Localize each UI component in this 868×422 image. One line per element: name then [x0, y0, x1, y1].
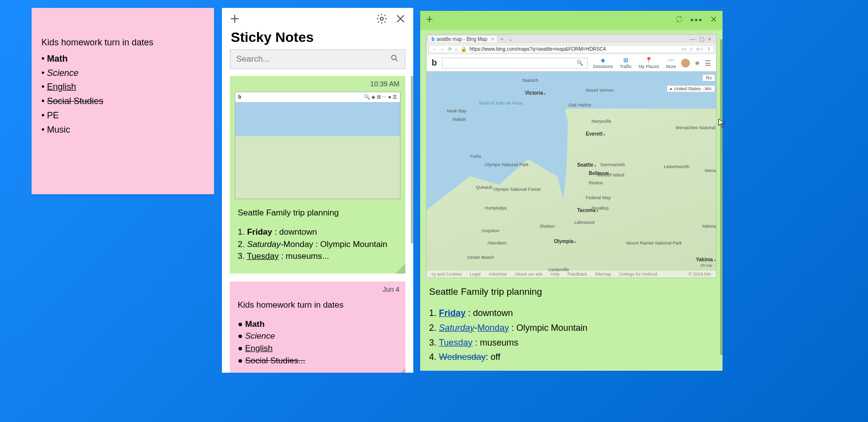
- map-label: Seattle: [577, 162, 596, 168]
- rewards-icon: ◉: [695, 60, 700, 66]
- tab-title: seattle map - Bing Map: [436, 36, 487, 42]
- notes-scroll-area[interactable]: 10:39 AMb🔍 ◈ ⊞ ⋯ ● ☰Seattle Family trip …: [222, 76, 413, 373]
- favorite-icon: ☆: [689, 46, 693, 52]
- green-note-body[interactable]: Seattle Family trip planning 1. Friday :…: [420, 284, 723, 371]
- hamburger-icon: ☰: [705, 59, 711, 67]
- tab-chevron-icon: ⌄: [506, 36, 515, 42]
- map-label: Makah: [453, 117, 466, 122]
- map-label: Renton: [589, 180, 603, 185]
- bing-action-more: ⋯More: [666, 57, 676, 69]
- card-title: Kids homework turn in dates: [238, 299, 398, 312]
- card-line: 1. Friday : downtown: [238, 226, 398, 239]
- map-label: Aberdeen: [487, 241, 506, 246]
- map-label: Strait of Juan de Fuca: [479, 101, 522, 106]
- map-label: Leavenworth: [664, 164, 689, 169]
- map-label: Lakewood: [574, 220, 594, 225]
- map-label: Sammamish: [600, 162, 625, 167]
- sync-icon[interactable]: [675, 15, 684, 26]
- bing-action-traffic: ⊞Traffic: [619, 57, 632, 69]
- list-title: Sticky Notes: [222, 27, 413, 49]
- bing-favicon: b: [432, 36, 434, 42]
- close-button[interactable]: [710, 15, 718, 26]
- card-line: 3. Tuesday : museums...: [238, 250, 398, 263]
- card-line: ● Social Studies...: [238, 355, 398, 367]
- card-timestamp: 10:39 AM: [230, 76, 405, 90]
- map-footer-link: About our ads: [515, 272, 542, 277]
- refresh-icon: ⟳: [448, 46, 452, 52]
- map-label: Marysville: [592, 119, 612, 124]
- share-icon: ⇪: [707, 46, 711, 52]
- card-line: ● English: [238, 343, 398, 355]
- green-note-line: 2. Saturday-Monday : Olympic Mountain: [429, 321, 714, 336]
- map-label: Wenatchee National Forest: [676, 125, 716, 130]
- map-thumbnail: b🔍 ◈ ⊞ ⋯ ● ☰: [235, 92, 400, 199]
- list-toolbar: [222, 8, 413, 27]
- map-label: Victoria: [525, 90, 546, 96]
- card-timestamp: Jun 4: [230, 281, 405, 295]
- reading-icon: ▭: [682, 46, 686, 52]
- card-line: 2. Saturday-Monday : Olympic Mountain: [238, 239, 398, 251]
- search-input[interactable]: [236, 54, 390, 64]
- search-icon: 🔍: [577, 60, 583, 66]
- map-label: Yakima Training Center: [702, 224, 716, 229]
- card-body: Kids homework turn in dates● Math● Scien…: [230, 295, 405, 373]
- bing-action-directions: ◈Directions: [593, 57, 613, 69]
- map-label: Oak Harbor: [569, 103, 592, 107]
- map-label: Saanich: [522, 78, 539, 83]
- search-icon: [390, 54, 399, 65]
- map-label: Mount Rainier National Park: [626, 241, 682, 246]
- favorites-bar-icon: ≡☆: [696, 46, 704, 52]
- map-scale: 25 mls: [700, 263, 712, 268]
- settings-button[interactable]: [376, 13, 388, 25]
- fold-corner-icon: [396, 368, 405, 373]
- pink-note-item: Social Studies: [41, 94, 204, 108]
- map-label: Ocean Beach: [467, 255, 494, 260]
- pink-note-item: English: [41, 80, 204, 94]
- pink-note-item: PE: [41, 108, 204, 123]
- green-note-line: 1. Friday : downtown: [429, 306, 714, 321]
- map-footer-link: Sitemap: [595, 272, 611, 277]
- note-card[interactable]: Jun 4Kids homework turn in dates● Math● …: [230, 281, 405, 373]
- fold-corner-icon: [396, 264, 405, 274]
- pink-note-title: Kids homework turn in dates: [41, 35, 204, 50]
- map-footer-link: cy and Cookies: [432, 272, 462, 277]
- user-avatar: [681, 59, 690, 68]
- map-label: Olympic National Park: [484, 162, 528, 167]
- svg-point-1: [392, 55, 396, 60]
- map-footer-link: Feedback: [568, 272, 587, 277]
- close-icon: ×: [708, 36, 711, 42]
- minimize-icon: —: [690, 36, 695, 42]
- pink-note-item: Math: [41, 52, 204, 66]
- map-footer-link: Outings for Android: [619, 272, 657, 277]
- forward-icon: →: [440, 46, 445, 52]
- bing-maps-toolbar: b 🔍 ◈Directions⊞Traffic📍My Places⋯More ◉…: [427, 55, 716, 71]
- map-label: Puyallup: [592, 206, 609, 211]
- note-card[interactable]: 10:39 AMb🔍 ◈ ⊞ ⋯ ● ☰Seattle Family trip …: [230, 76, 405, 274]
- pink-sticky-note[interactable]: Kids homework turn in dates MathScienceE…: [32, 8, 214, 194]
- map-label: Federal Way: [586, 195, 611, 200]
- map-label: Olympic National Forest: [493, 187, 541, 192]
- search-box[interactable]: [230, 49, 405, 69]
- back-icon: ←: [432, 46, 437, 52]
- card-body: Seattle Family trip planning1. Friday : …: [230, 203, 405, 274]
- menu-button[interactable]: •••: [690, 15, 703, 26]
- map-label: Mount Vernon: [586, 88, 614, 93]
- green-note-line: 4. Wednesday: off: [429, 350, 714, 365]
- map-label: Quinault: [476, 185, 493, 190]
- region-badge: ▸ United States - WA: [667, 85, 715, 92]
- close-button[interactable]: [395, 13, 406, 25]
- scrollbar[interactable]: [411, 76, 413, 244]
- pink-note-item: Science: [41, 66, 204, 80]
- new-note-button[interactable]: [229, 13, 241, 25]
- green-sticky-note[interactable]: ••• b seattle map - Bing Map × + ⌄ — ▢ ×…: [420, 11, 723, 371]
- scrollbar[interactable]: [720, 39, 723, 355]
- map-label: Mercer Island: [597, 173, 624, 177]
- home-icon: ⌂: [455, 46, 458, 52]
- map-label: Neah Bay: [447, 108, 467, 113]
- svg-point-0: [380, 17, 383, 20]
- browser-screenshot: b seattle map - Bing Map × + ⌄ — ▢ × ← →…: [426, 34, 717, 278]
- card-line: ● Math: [238, 318, 398, 331]
- bing-logo-icon: b: [432, 58, 437, 68]
- map-footer: cy and CookiesLegalAdvertiseAbout our ad…: [427, 271, 716, 278]
- new-note-button[interactable]: [425, 15, 434, 26]
